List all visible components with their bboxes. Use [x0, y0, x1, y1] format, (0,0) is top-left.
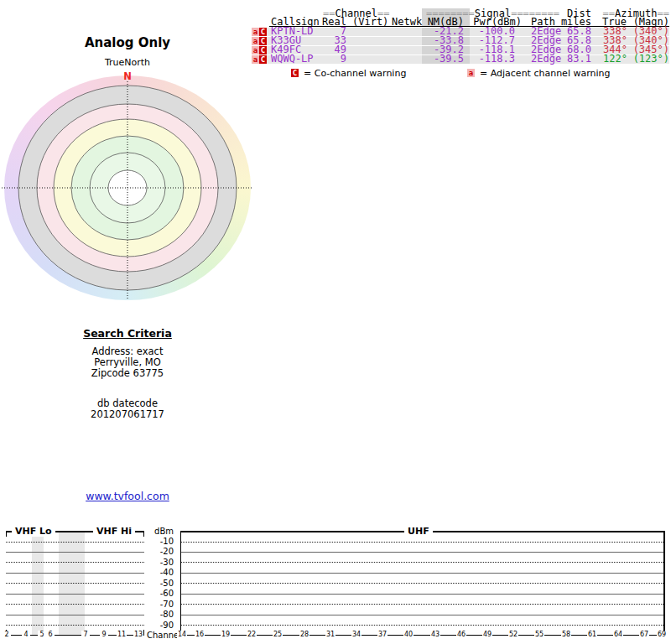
- channel-tick-label: 67: [639, 631, 649, 639]
- dbm-tick-label: -90: [143, 621, 174, 630]
- adjacent-warning-badge: a: [252, 37, 259, 45]
- north-marker: N: [44, 70, 211, 82]
- dbm-gridline: [181, 542, 663, 543]
- channel-tick-label: 46: [456, 631, 466, 639]
- dbm-gridline: [6, 542, 144, 543]
- criteria-zipcode: Zipcode 63775: [44, 367, 211, 379]
- cell-real-channel: 9: [296, 55, 346, 64]
- channel-tick-label: 61: [587, 631, 597, 639]
- uhf-left-border: [180, 531, 181, 635]
- dbm-gridline: [6, 573, 144, 574]
- dbm-gridline: [6, 615, 144, 615]
- dbm-tick-label: -80: [143, 610, 174, 619]
- channel-tick-label: 25: [273, 631, 283, 639]
- co-channel-warning-badge: C: [259, 37, 267, 45]
- criteria-city: Perryville, MO: [44, 356, 211, 368]
- channel-tick-label: 13: [133, 631, 143, 639]
- co-channel-warning-badge: C: [259, 55, 267, 64]
- dbm-gridline: [181, 594, 663, 595]
- dbm-gridline: [181, 604, 663, 605]
- channel-tick-label: 9: [100, 631, 108, 639]
- vhf-lo-label: VHF Lo: [12, 526, 55, 537]
- true-north-label: TrueNorth: [44, 57, 211, 68]
- dbm-gridline: [6, 594, 144, 595]
- vhf-hi-label: VHF Hi: [93, 526, 135, 537]
- db-datecode-label: db datecode: [44, 397, 211, 409]
- channel-tick-label: 34: [351, 631, 362, 639]
- channel-tick-label: 28: [299, 631, 309, 639]
- channel-tick-label: 7: [81, 631, 90, 639]
- cell-dist-miles: 83.1: [549, 55, 591, 64]
- channel-tick-label: 5: [38, 631, 46, 639]
- dbm-gridline: [6, 604, 144, 605]
- channel-tick-label: 49: [482, 631, 492, 639]
- dbm-gridline: [6, 583, 144, 584]
- co-channel-warning-badge: C: [259, 28, 267, 36]
- dbm-tick-label: -30: [143, 558, 174, 567]
- channel-tick-label: 52: [508, 631, 518, 639]
- channel-tick-label: 19: [221, 631, 231, 639]
- cell-pwr-dbm: -118.3: [456, 55, 515, 64]
- radar-plot: [2, 71, 253, 314]
- uhf-label: UHF: [404, 526, 433, 537]
- channel-tick-label: 64: [613, 631, 623, 639]
- channel-axis-label: Channel: [147, 631, 180, 640]
- uhf-right-border: [663, 531, 665, 635]
- co-channel-legend-badge: C: [291, 69, 299, 77]
- dbm-gridline: [6, 625, 144, 626]
- cell-azimuth-true: 122°: [594, 55, 627, 64]
- channel-tick-label: 69: [657, 631, 667, 639]
- dbm-gridline: [181, 625, 663, 626]
- bottom-chart: VHF Lo VHF Hi UHF dBm Channel -10-20-30-…: [0, 525, 671, 644]
- dbm-tick-label: -60: [143, 589, 174, 598]
- dbm-tick-label: -20: [143, 547, 174, 556]
- co-channel-warning-badge: C: [259, 46, 267, 55]
- channel-tick-label: 31: [325, 631, 336, 639]
- criteria-address: Address: exact: [44, 345, 211, 357]
- channel-tick-label: 43: [430, 631, 440, 639]
- dbm-tick-label: -10: [143, 537, 174, 546]
- channel-tick-label: 6: [46, 631, 55, 639]
- channel-tick-label: 4: [22, 631, 30, 639]
- tvfool-link[interactable]: www.tvfool.com: [44, 490, 211, 502]
- dbm-gridline: [6, 552, 144, 553]
- dbm-gridline: [6, 562, 144, 563]
- dbm-gridline: [181, 573, 663, 574]
- dbm-gridline: [181, 562, 663, 563]
- dbm-gridline: [181, 583, 663, 584]
- dbm-gridline: [181, 615, 663, 615]
- dbm-gridline: [181, 552, 663, 553]
- dbm-tick-label: -50: [143, 579, 174, 588]
- search-criteria-heading: Search Criteria: [44, 327, 211, 340]
- vhf-top-left-stub: [6, 531, 7, 537]
- channel-tick-label: 22: [247, 631, 257, 639]
- adjacent-warning-badge: a: [252, 55, 259, 64]
- adjacent-warning-badge: a: [252, 28, 259, 36]
- db-datecode-value: 201207061717: [44, 408, 211, 420]
- channel-tick-label: 55: [534, 631, 544, 639]
- adjacent-channel-legend-badge: a: [467, 69, 475, 77]
- tvfool-report: Analog Only TrueNorth N ==Channel== ====…: [0, 0, 671, 644]
- channel-tick-label: 2: [3, 631, 11, 639]
- channel-tick-label: 40: [403, 631, 414, 639]
- channel-tick-label: 11: [117, 631, 127, 639]
- adjacent-channel-legend-text: = Adjacent channel warning: [480, 69, 611, 78]
- cell-azimuth-magn: (123°): [627, 55, 669, 64]
- channel-tick-label: 37: [377, 631, 388, 639]
- dbm-axis-label: dBm: [143, 527, 174, 536]
- dbm-tick-label: -40: [143, 568, 174, 577]
- channel-tick-label: 14: [177, 631, 187, 639]
- co-channel-legend-text: = Co-channel warning: [304, 69, 406, 78]
- table-row: a C WQWQ-LP 9 -39.5 -118.3 2Edge 83.1 12…: [252, 55, 669, 64]
- adjacent-warning-badge: a: [252, 46, 259, 55]
- channel-tick-label: 58: [561, 631, 571, 639]
- radar-title: Analog Only: [44, 35, 211, 50]
- dbm-tick-label: -70: [143, 600, 174, 609]
- channel-tick-label: 16: [195, 631, 205, 639]
